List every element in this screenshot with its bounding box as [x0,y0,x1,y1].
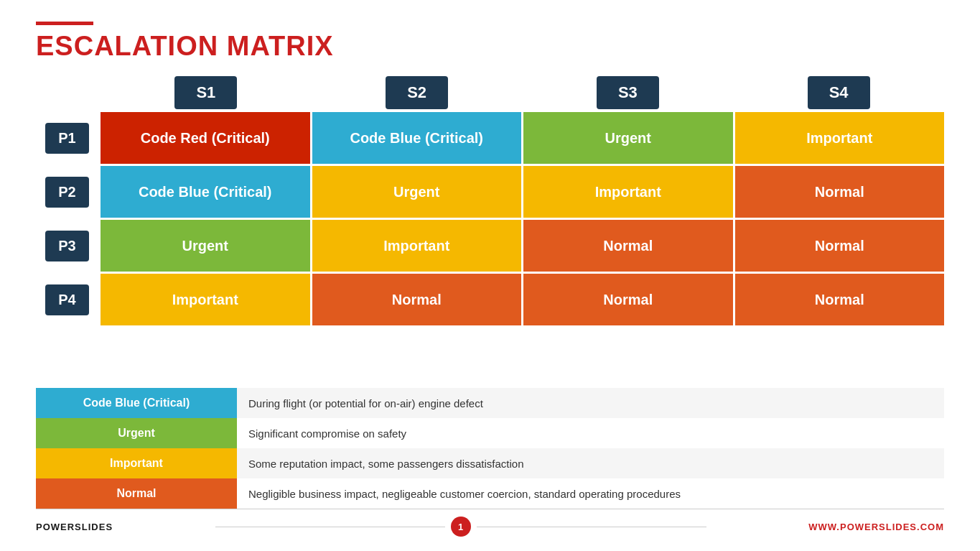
row-header-box-p2: P2 [45,177,88,208]
cell-r1-c4: Important [735,112,945,164]
cell-r3-c2: Important [312,220,522,272]
legend-label-0: Code Blue (Critical) [36,388,237,418]
row-header-p4: P4 [36,284,98,315]
row-header-box-p1: P1 [45,123,88,154]
title-section: ESCALATION MATRIX [36,22,944,62]
matrix-header-row: S1S2S3S4 [101,76,944,109]
footer: POWERSLIDES 1 WWW.POWERSLIDES.COM [36,509,944,537]
cell-r2-c1: Code Blue (Critical) [101,166,310,218]
footer-page-number: 1 [451,517,471,537]
footer-pagination: 1 [215,517,706,537]
col-header-box-s1: S1 [174,76,237,109]
legend-desc-2: Some reputation impact, some passengers … [237,448,944,478]
col-header-box-s2: S2 [386,76,448,109]
cell-r4-c1: Important [101,274,310,325]
col-header-s1: S1 [101,76,312,109]
footer-line-left [215,527,445,527]
col-header-s3: S3 [523,76,734,109]
cell-r1-c3: Urgent [523,112,733,164]
cell-r3-c1: Urgent [101,220,310,272]
legend-section: Code Blue (Critical) During flight (or p… [36,388,944,509]
legend-row-2: Important Some reputation impact, some p… [36,448,944,478]
col-header-box-s4: S4 [808,76,870,109]
title-accent-line [36,22,93,25]
legend-row-0: Code Blue (Critical) During flight (or p… [36,388,944,418]
cell-r2-c2: Urgent [312,166,522,218]
matrix-row-p1: P1Code Red (Critical)Code Blue (Critical… [36,112,944,164]
legend-desc-0: During flight (or potential for on-air) … [237,388,944,418]
legend-desc-1: Significant compromise on safety [237,418,944,448]
legend-desc-3: Negligible business impact, negligeable … [237,478,944,509]
legend-row-1: Urgent Significant compromise on safety [36,418,944,448]
row-header-p3: P3 [36,231,98,261]
legend-label-2: Important [36,448,237,478]
matrix-row-p2: P2Code Blue (Critical)UrgentImportantNor… [36,166,944,218]
cell-r4-c3: Normal [523,274,733,325]
legend-label-1: Urgent [36,418,237,448]
footer-brand: POWERSLIDES [36,522,113,532]
legend-row-3: Normal Negligible business impact, negli… [36,478,944,509]
cell-r1-c2: Code Blue (Critical) [312,112,522,164]
cell-r3-c4: Normal [735,220,945,272]
col-header-box-s3: S3 [597,76,659,109]
row-header-p2: P2 [36,177,98,208]
cell-r1-c1: Code Red (Critical) [101,112,310,164]
footer-line-right [477,527,706,527]
matrix-row-p3: P3UrgentImportantNormalNormal [36,220,944,272]
title-highlight: MATRIX [227,31,334,61]
cell-r3-c3: Normal [523,220,733,272]
cell-r2-c4: Normal [735,166,945,218]
cell-r4-c2: Normal [312,274,522,325]
row-header-box-p3: P3 [45,231,88,261]
matrix-wrapper: S1S2S3S4 P1Code Red (Critical)Code Blue … [36,76,944,379]
col-header-s4: S4 [733,76,944,109]
row-header-box-p4: P4 [45,284,88,315]
cell-r4-c4: Normal [735,274,945,325]
row-header-p1: P1 [36,123,98,154]
page-title: ESCALATION MATRIX [36,31,944,62]
matrix-row-p4: P4ImportantNormalNormalNormal [36,274,944,325]
col-header-s2: S2 [312,76,523,109]
footer-url: WWW.POWERSLIDES.COM [808,522,944,532]
cell-r2-c3: Important [523,166,733,218]
page: ESCALATION MATRIX S1S2S3S4 P1Code Red (C… [0,0,980,551]
title-prefix: ESCALATION [36,31,227,61]
legend-label-3: Normal [36,478,237,509]
matrix-body: P1Code Red (Critical)Code Blue (Critical… [36,112,944,325]
